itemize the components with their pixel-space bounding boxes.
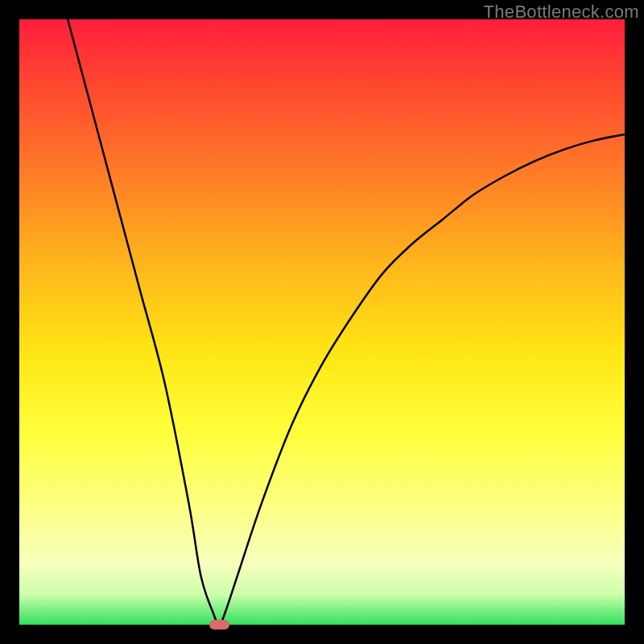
bottleneck-minimum-marker: [209, 620, 229, 630]
watermark-text: TheBottleneck.com: [484, 2, 639, 23]
bottleneck-curve: [19, 19, 625, 625]
